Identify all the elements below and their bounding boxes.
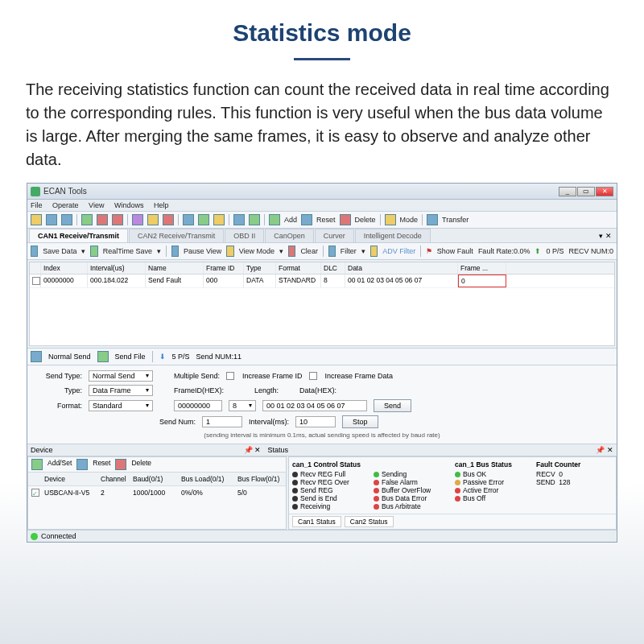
device-delete-label[interactable]: Delete <box>131 459 151 470</box>
send-file-icon[interactable] <box>97 351 109 362</box>
adv-filter-label[interactable]: ADV Filter <box>382 247 415 255</box>
send-note: (sending interval is minimum 0.1ms, actu… <box>34 431 610 439</box>
pause-view-label[interactable]: Pause View <box>184 247 221 255</box>
status-item: Bus Off <box>463 494 485 502</box>
status-tab-can1[interactable]: Can1 Status <box>292 516 341 527</box>
device-reset-label[interactable]: Reset <box>93 459 110 470</box>
status-item: Send REG <box>300 486 333 494</box>
filter-icon[interactable] <box>328 246 336 257</box>
filter-label[interactable]: Filter <box>341 247 357 255</box>
page-description: The receiving statistics function can co… <box>26 78 618 171</box>
stop-icon[interactable] <box>112 214 123 225</box>
add-icon[interactable] <box>269 214 280 225</box>
tab-decode[interactable]: Intelligent Decode <box>355 229 431 242</box>
status-item: Buffer OverFlow <box>382 486 431 494</box>
wrench-icon[interactable] <box>183 214 194 225</box>
data-input[interactable]: 00 01 02 03 04 05 06 07 <box>262 400 367 411</box>
tool-icon[interactable] <box>132 214 143 225</box>
device-add-label[interactable]: Add/Set <box>47 459 72 470</box>
pause-view-icon[interactable] <box>171 246 179 257</box>
menu-view[interactable]: View <box>89 201 104 209</box>
menu-windows[interactable]: Windows <box>114 201 144 209</box>
device-add-icon[interactable] <box>31 459 43 470</box>
show-fault-label[interactable]: Show Fault <box>437 247 473 255</box>
close-button[interactable]: ✕ <box>596 187 613 196</box>
play-icon[interactable] <box>81 214 93 225</box>
transfer-label[interactable]: Transfer <box>442 216 469 224</box>
arrow2-icon[interactable] <box>249 214 260 225</box>
open-icon[interactable] <box>46 214 57 225</box>
device-checkbox[interactable] <box>31 489 39 497</box>
send-file-label[interactable]: Send File <box>115 353 146 361</box>
menu-help[interactable]: Help <box>154 201 169 209</box>
stop-button[interactable]: Stop <box>342 415 378 428</box>
send-num-input[interactable]: 1 <box>202 416 242 427</box>
maximize-button[interactable]: ▭ <box>577 187 595 196</box>
adv-filter-icon[interactable] <box>370 246 378 257</box>
grid-header: Index Interval(us) Name Frame ID Type Fo… <box>30 262 614 275</box>
tab-obd[interactable]: OBD II <box>225 229 264 242</box>
delete-icon[interactable] <box>340 214 351 225</box>
normal-send-icon[interactable] <box>31 351 42 362</box>
type-dropdown[interactable]: Data Frame <box>89 385 153 396</box>
minimize-button[interactable]: _ <box>559 187 576 196</box>
status-tab-can2[interactable]: Can2 Status <box>345 516 394 527</box>
status-item: Recv REG Over <box>300 478 349 486</box>
grid-row[interactable]: 00000000 000.184.022 Send Fault 000 DATA… <box>30 275 614 288</box>
delete-label[interactable]: Delete <box>355 216 376 224</box>
scissors-icon[interactable] <box>147 214 159 225</box>
cut-icon[interactable] <box>163 214 174 225</box>
status-item: Bus Arbitrate <box>382 502 421 510</box>
reset-label[interactable]: Reset <box>316 216 336 224</box>
reset-icon[interactable] <box>301 214 312 225</box>
tab-can1[interactable]: CAN1 Receive/Transmit <box>29 229 128 242</box>
mode-icon[interactable] <box>385 214 396 225</box>
view-mode-icon[interactable] <box>226 246 233 257</box>
send-type-dropdown[interactable]: Normal Send <box>89 370 153 382</box>
length-dropdown[interactable]: 8 <box>229 400 256 411</box>
menubar: File Operate View Windows Help <box>27 200 617 212</box>
fault-counter-heading: Fault Counter <box>536 460 613 469</box>
mode-label[interactable]: Mode <box>400 216 419 224</box>
menu-operate[interactable]: Operate <box>52 201 79 209</box>
increase-data-checkbox[interactable] <box>309 372 317 380</box>
send-type-label: Send Type: <box>34 372 82 380</box>
tab-canopen[interactable]: CanOpen <box>265 229 314 242</box>
col-check <box>30 262 41 274</box>
send-button[interactable]: Send <box>374 399 411 412</box>
format-dropdown[interactable]: Standard <box>89 400 153 411</box>
save-data-label[interactable]: Save Data <box>43 247 76 255</box>
arrow-icon[interactable] <box>233 214 245 225</box>
device-row[interactable]: USBCAN-II-V5 2 1000/1000 0%/0% 5/0 <box>28 486 286 500</box>
realtime-icon[interactable] <box>90 246 97 257</box>
save-data-icon[interactable] <box>31 246 38 257</box>
increase-id-checkbox[interactable] <box>226 372 234 380</box>
clear-icon[interactable] <box>288 246 295 257</box>
interval-input[interactable]: 10 <box>295 416 336 427</box>
clear-label[interactable]: Clear <box>300 247 318 255</box>
save-icon[interactable] <box>61 214 72 225</box>
dev-col-load: Bus Load(0/1) <box>180 474 236 484</box>
pause-icon[interactable] <box>97 214 108 225</box>
heading-underline <box>294 58 350 60</box>
realtime-label[interactable]: RealTime Save <box>103 247 152 255</box>
normal-send-label[interactable]: Normal Send <box>48 353 91 361</box>
titlebar: ECAN Tools _ ▭ ✕ <box>27 184 617 200</box>
transfer-icon[interactable] <box>427 214 438 225</box>
add-label[interactable]: Add <box>284 216 297 224</box>
row-checkbox[interactable] <box>32 277 40 285</box>
fault-recv-label: RECV <box>536 470 555 478</box>
new-icon[interactable] <box>31 214 42 225</box>
frameid-input[interactable]: 00000000 <box>174 400 222 411</box>
paste-icon[interactable] <box>213 214 225 225</box>
menu-file[interactable]: File <box>31 201 43 209</box>
tab-curver[interactable]: Curver <box>315 229 354 242</box>
view-mode-label[interactable]: View Mode <box>239 247 275 255</box>
tab-close-icon[interactable]: ▾ ✕ <box>599 232 612 240</box>
tab-can2[interactable]: CAN2 Receive/Transmit <box>129 229 224 242</box>
copy-icon[interactable] <box>198 214 209 225</box>
device-delete-icon[interactable] <box>115 459 126 470</box>
device-reset-icon[interactable] <box>76 459 88 470</box>
col-type: Type <box>244 262 276 274</box>
col-name: Name <box>146 262 204 274</box>
